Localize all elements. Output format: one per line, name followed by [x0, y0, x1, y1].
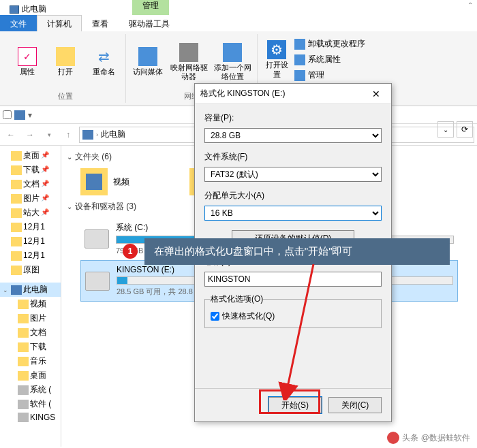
pin-icon: 📌 — [41, 151, 52, 161]
up-button[interactable]: ↑ — [60, 127, 76, 143]
tab-drive-tools[interactable]: 驱动器工具 — [119, 15, 180, 31]
dialog-buttons: 开始(S) 关闭(C) — [195, 388, 391, 421]
tree-item[interactable]: 桌面📌 — [0, 148, 61, 163]
add-net-button[interactable]: 添加一个网络位置 — [213, 34, 251, 90]
addr-dropdown[interactable]: ⌄ — [437, 121, 454, 138]
tree-item[interactable]: 12月1 — [0, 249, 61, 263]
folder-icon — [11, 151, 22, 161]
rename-icon: ⇄ — [94, 47, 113, 66]
media-icon — [138, 47, 157, 66]
map-drive-button[interactable]: 映射网络驱动器 — [170, 34, 208, 90]
pc-small-icon — [14, 110, 25, 120]
uninstall-icon — [294, 39, 305, 50]
folder-icon — [11, 237, 22, 246]
uninstall-button[interactable]: 卸载或更改程序 — [293, 37, 367, 51]
tree-item[interactable]: 下载 — [0, 340, 61, 354]
avatar-icon — [387, 432, 399, 444]
forward-button[interactable]: → — [22, 127, 38, 143]
tab-view[interactable]: 查看 — [82, 15, 119, 31]
drive-icon — [85, 272, 110, 291]
properties-button[interactable]: ✓ 属性 — [11, 34, 44, 90]
map-drive-icon — [179, 43, 198, 62]
tree-item[interactable]: 站大📌 — [0, 206, 61, 220]
watermark: 头条 @数据蛙软件 — [387, 432, 470, 444]
tree-item[interactable]: 软件 ( — [0, 397, 61, 411]
dialog-titlebar[interactable]: 格式化 KINGSTON (E:) ✕ — [195, 84, 391, 104]
chevron-down-icon: ⌄ — [67, 153, 72, 161]
tree-item[interactable]: KINGS — [0, 411, 61, 423]
select-checkbox[interactable] — [3, 110, 12, 119]
folder-icon — [11, 251, 22, 261]
qat-dropdown-icon[interactable]: ▾ — [28, 110, 32, 120]
add-net-icon — [223, 43, 242, 62]
sys-props-icon — [294, 54, 305, 65]
tree-this-pc[interactable]: ⌄ 此电脑 — [0, 283, 61, 297]
tree-item[interactable]: 文档📌 — [0, 177, 61, 191]
manage-button[interactable]: 管理 — [293, 68, 367, 82]
settings-icon: ⚙ — [267, 40, 286, 59]
manage-context-tab[interactable]: 管理 — [132, 0, 169, 15]
alloc-label: 分配单元大小(A) — [204, 190, 382, 202]
volume-input[interactable] — [204, 272, 382, 287]
open-icon — [56, 47, 75, 66]
tab-file[interactable]: 文件 — [0, 15, 37, 31]
item-icon — [18, 385, 29, 395]
quick-format-checkbox[interactable]: 快速格式化(Q) — [211, 310, 375, 322]
tab-computer[interactable]: 计算机 — [37, 15, 82, 31]
chevron-down-icon: ⌄ — [67, 203, 72, 210]
folder-icon — [11, 266, 22, 275]
manage-icon — [294, 70, 305, 81]
folder-item[interactable]: 视频 — [80, 168, 176, 195]
pin-icon: 📌 — [41, 180, 52, 189]
close-button[interactable]: 关闭(C) — [328, 397, 382, 413]
tree-item[interactable]: 12月1 — [0, 220, 61, 234]
rename-button[interactable]: ⇄ 重命名 — [87, 34, 120, 90]
item-icon — [18, 314, 29, 323]
close-icon[interactable]: ✕ — [367, 89, 386, 99]
capacity-select[interactable]: 28.8 GB — [204, 128, 382, 143]
pc-icon — [10, 5, 19, 14]
tree-item[interactable]: 视频 — [0, 297, 61, 311]
tree-item[interactable]: 图片 — [0, 311, 61, 325]
folder-icon — [11, 165, 22, 175]
ribbon-collapse-icon[interactable]: ⌃ — [463, 0, 477, 10]
capacity-label: 容量(P): — [204, 112, 382, 124]
sys-props-button[interactable]: 系统属性 — [293, 52, 367, 67]
ribbon-group-location: ✓ 属性 打开 ⇄ 重命名 位置 — [5, 34, 126, 103]
pc-icon-small — [82, 130, 93, 140]
access-media-button[interactable]: 访问媒体 — [132, 34, 164, 90]
tree-item[interactable]: 系统 ( — [0, 383, 61, 397]
open-settings-button[interactable]: ⚙ 打开设置 — [263, 34, 290, 85]
refresh-button[interactable]: ⟳ — [457, 121, 473, 138]
open-button[interactable]: 打开 — [49, 34, 82, 90]
item-icon — [18, 413, 29, 422]
alloc-select[interactable]: 16 KB — [204, 206, 382, 221]
tree-item[interactable]: 原图 — [0, 263, 61, 277]
ribbon-tabs: 文件 计算机 查看 驱动器工具 — [0, 15, 477, 31]
item-icon — [18, 328, 29, 338]
tree-item[interactable]: 12月1 — [0, 234, 61, 249]
format-options-label: 格式化选项(O) — [211, 293, 263, 305]
item-icon — [18, 357, 29, 366]
tree-item[interactable]: 下载📌 — [0, 163, 61, 177]
breadcrumb-location[interactable]: 此电脑 — [101, 129, 125, 140]
tree-item[interactable]: 桌面 — [0, 368, 61, 383]
nav-tree[interactable]: 桌面📌下载📌文档📌图片📌站大📌12月112月112月1原图 ⌄ 此电脑 视频图片… — [0, 146, 61, 447]
tree-item[interactable]: 音乐 — [0, 354, 61, 368]
pin-icon: 📌 — [41, 165, 52, 175]
collapse-icon[interactable]: ⌄ — [3, 287, 10, 293]
pc-icon — [11, 285, 22, 295]
tree-item[interactable]: 文档 — [0, 325, 61, 340]
item-icon — [18, 300, 29, 309]
filesystem-label: 文件系统(F) — [204, 151, 382, 163]
tree-item[interactable]: 图片📌 — [0, 191, 61, 206]
history-dropdown[interactable]: ▾ — [41, 127, 57, 143]
dialog-title: 格式化 KINGSTON (E:) — [200, 88, 367, 99]
folder-icon — [11, 223, 22, 232]
back-button[interactable]: ← — [3, 127, 19, 143]
filesystem-select[interactable]: FAT32 (默认) — [204, 167, 382, 182]
pin-icon: 📌 — [41, 208, 52, 218]
drive-icon — [84, 229, 109, 249]
start-button[interactable]: 开始(S) — [268, 397, 322, 413]
properties-icon: ✓ — [18, 47, 37, 66]
